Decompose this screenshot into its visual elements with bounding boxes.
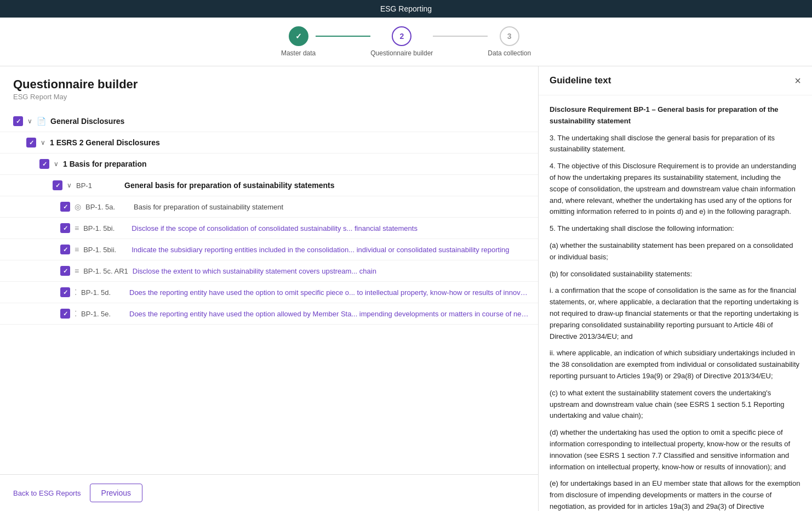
guideline-para-3: 3. The undertaking shall disclose the ge… (550, 133, 801, 156)
item-label-basis: 1 Basis for preparation (63, 160, 147, 168)
tree-section-5bi: ≡ BP-1. 5bi. Disclose if the scope of co… (0, 218, 538, 239)
right-panel: Guideline text × Disclosure Requirement … (538, 66, 812, 511)
chevron-bp1[interactable]: ∨ (67, 181, 72, 189)
doc-icon-general: 📄 (37, 117, 46, 126)
tree-item-bp1[interactable]: ∨ BP-1 General basis for preparation of … (0, 175, 538, 196)
checkbox-esrs2[interactable] (26, 138, 36, 147)
guideline-para-b: (b) for consolidated sustainability stat… (550, 269, 801, 280)
drag-icon-5c: ≡ (75, 266, 79, 275)
item-code-5bi: BP-1. 5bi. (83, 224, 127, 232)
step-circle-1: ✓ (289, 26, 308, 46)
chevron-basis[interactable]: ∨ (54, 160, 59, 168)
guideline-para-5: 5. The undertaking shall disclose the fo… (550, 223, 801, 235)
close-button[interactable]: × (794, 75, 801, 86)
checkbox-5bi[interactable] (60, 223, 70, 233)
connector-1 (316, 36, 370, 37)
guideline-para-c: (c) to what extent the sustainability st… (550, 388, 801, 422)
tree-section-5a: ◎ BP-1. 5a. Basis for preparation of sus… (0, 196, 538, 218)
tree-section-bp1: ∨ BP-1 General basis for preparation of … (0, 175, 538, 196)
item-code-bp1: BP-1 (76, 181, 120, 190)
tree-section-general: ∨ 📄 General Disclosures (0, 111, 538, 132)
checkbox-5e[interactable] (60, 309, 70, 319)
tree-item-5bii[interactable]: ≡ BP-1. 5bii. Indicate the subsidiary re… (0, 239, 538, 260)
tree-item-5c[interactable]: ≡ BP-1. 5c. AR1 Disclose the extent to w… (0, 260, 538, 281)
item-desc-5e: Does the reporting entity have used the … (129, 310, 529, 318)
step-master-data[interactable]: ✓ Master data (281, 26, 316, 57)
step-circle-3: 3 (500, 26, 519, 46)
checkbox-basis[interactable] (39, 159, 49, 169)
item-desc-5bii: Indicate the subsidiary reporting entiti… (131, 246, 529, 254)
tree-section-5e: ⁚ BP-1. 5e. Does the reporting entity ha… (0, 303, 538, 325)
item-code-5c: BP-1. 5c. AR1 (83, 267, 128, 275)
top-bar: ESG Reporting (0, 0, 812, 18)
item-code-5bii: BP-1. 5bii. (83, 246, 127, 254)
tree-section-5c: ≡ BP-1. 5c. AR1 Disclose the extent to w… (0, 260, 538, 282)
content-area: ∨ 📄 General Disclosures ∨ 1 ESRS 2 Gener… (0, 105, 538, 474)
item-desc-5a: Basis for preparation of sustainability … (134, 203, 529, 211)
guideline-content[interactable]: Disclosure Requirement BP-1 – General ba… (539, 95, 812, 511)
guideline-req-heading: Disclosure Requirement BP-1 – General ba… (550, 105, 779, 125)
step-label-2: Questionnaire builder (370, 49, 433, 57)
tree-item-5a[interactable]: ◎ BP-1. 5a. Basis for preparation of sus… (0, 196, 538, 217)
dash-icon-5e: ⁚ (75, 309, 77, 318)
page-title: Questionnaire builder (13, 77, 525, 92)
checkbox-5bii[interactable] (60, 245, 70, 254)
tree-item-5bi[interactable]: ≡ BP-1. 5bi. Disclose if the scope of co… (0, 218, 538, 239)
bottom-bar: Back to ESG Reports Previous (0, 474, 538, 511)
drag-icon-5bii: ≡ (75, 245, 79, 254)
back-to-esg-reports-link[interactable]: Back to ESG Reports (13, 489, 81, 497)
guideline-para-d: (d) whether the undertaking has used the… (550, 427, 801, 473)
step-questionnaire[interactable]: 2 Questionnaire builder (370, 26, 433, 57)
previous-button[interactable]: Previous (90, 484, 142, 502)
page-header: Questionnaire builder ESG Report May (0, 66, 538, 105)
checkbox-5c[interactable] (60, 266, 70, 276)
step-label-3: Data collection (488, 49, 531, 57)
item-code-5e: BP-1. 5e. (81, 310, 125, 318)
checkbox-general[interactable] (13, 116, 23, 126)
guideline-header: Guideline text × (539, 66, 812, 95)
tree-item-5e[interactable]: ⁚ BP-1. 5e. Does the reporting entity ha… (0, 303, 538, 324)
checkbox-bp1[interactable] (53, 180, 62, 190)
stepper: ✓ Master data 2 Questionnaire builder 3 … (0, 18, 812, 66)
guideline-para-a: (a) whether the sustainability statement… (550, 240, 801, 263)
item-code-5d: BP-1. 5d. (81, 288, 125, 297)
guideline-para-e: (e) for undertakings based in an EU memb… (550, 478, 801, 511)
item-label-esrs2: 1 ESRS 2 General Disclosures (50, 138, 160, 147)
connector-2 (433, 36, 488, 37)
tree-section-esrs2: ∨ 1 ESRS 2 General Disclosures (0, 132, 538, 154)
tree-section-basis: ∨ 1 Basis for preparation (0, 154, 538, 175)
tree-section-5bii: ≡ BP-1. 5bii. Indicate the subsidiary re… (0, 239, 538, 260)
item-code-5a: BP-1. 5a. (85, 203, 129, 211)
drag-icon-5bi: ≡ (75, 224, 79, 232)
guideline-para-bi: i. a confirmation that the scope of cons… (550, 285, 801, 342)
guideline-para-4: 4. The objective of this Disclosure Requ… (550, 161, 801, 218)
left-panel: Questionnaire builder ESG Report May ∨ 📄… (0, 66, 538, 511)
item-desc-5c: Disclose the extent to which sustainabil… (133, 267, 529, 275)
tree-item-esrs2[interactable]: ∨ 1 ESRS 2 General Disclosures (0, 132, 538, 153)
item-desc-5bi: Disclose if the scope of consolidation o… (131, 224, 529, 232)
chevron-esrs2[interactable]: ∨ (41, 139, 45, 146)
guideline-title: Guideline text (550, 75, 611, 86)
checkbox-5a[interactable] (60, 202, 70, 212)
tree-section-5d: ⁚ BP-1. 5d. Does the reporting entity ha… (0, 282, 538, 303)
item-label-general: General Disclosures (50, 117, 124, 126)
radio-icon-5a: ◎ (75, 202, 81, 211)
tree-item-general-disclosures[interactable]: ∨ 📄 General Disclosures (0, 111, 538, 132)
tree-item-5d[interactable]: ⁚ BP-1. 5d. Does the reporting entity ha… (0, 282, 538, 303)
dash-icon-5d: ⁚ (75, 288, 77, 297)
step-label-1: Master data (281, 49, 316, 57)
tree-item-basis[interactable]: ∨ 1 Basis for preparation (0, 154, 538, 174)
step-data-collection[interactable]: 3 Data collection (488, 26, 531, 57)
item-label-bp1: General basis for preparation of sustain… (124, 181, 335, 190)
guideline-para-bii: ii. where applicable, an indication of w… (550, 348, 801, 382)
chevron-general[interactable]: ∨ (27, 117, 32, 125)
app-title: ESG Reporting (380, 4, 432, 13)
step-circle-2: 2 (392, 26, 411, 46)
page-subtitle: ESG Report May (13, 93, 525, 101)
item-desc-5d: Does the reporting entity have used the … (129, 288, 529, 297)
checkbox-5d[interactable] (60, 287, 70, 297)
